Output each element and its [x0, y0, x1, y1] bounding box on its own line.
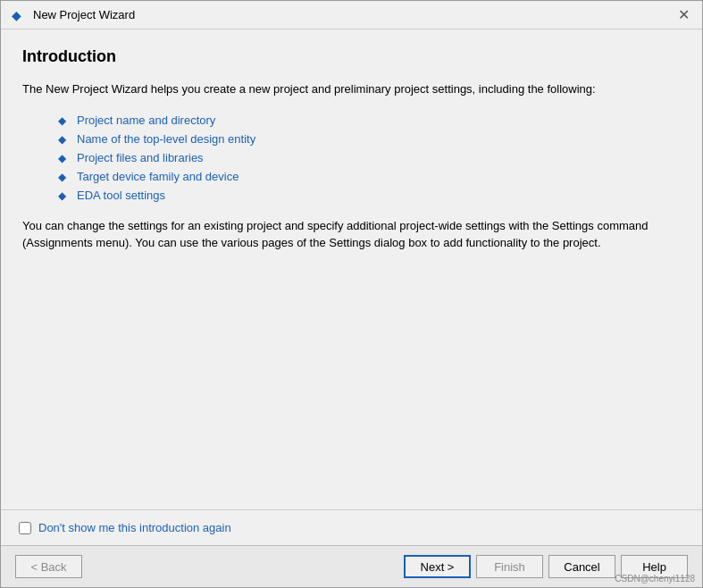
bullet-text: Name of the top-level design entity [77, 132, 255, 146]
title-bar-left: ◆ New Project Wizard [12, 8, 135, 22]
bullet-text: Project files and libraries [77, 151, 204, 164]
bullet-text: Target device family and device [77, 170, 239, 183]
bottom-area: Don't show me this introduction again < … [1, 509, 702, 587]
finish-button[interactable]: Finish [476, 555, 543, 578]
bullet-list: ◆ Project name and directory ◆ Name of t… [22, 111, 681, 205]
list-item: ◆ Project name and directory [22, 111, 681, 130]
bullet-icon: ◆ [58, 114, 66, 127]
list-item: ◆ Name of the top-level design entity [22, 130, 681, 148]
intro-paragraph-2: You can change the settings for an exist… [22, 217, 681, 252]
next-button[interactable]: Next > [404, 555, 471, 578]
dont-show-label[interactable]: Don't show me this introduction again [38, 521, 231, 534]
bullet-icon: ◆ [58, 189, 66, 202]
checkbox-row: Don't show me this introduction again [1, 510, 702, 545]
bullet-icon: ◆ [58, 171, 66, 183]
back-button[interactable]: < Back [15, 555, 82, 578]
title-bar: ◆ New Project Wizard ✕ [1, 1, 702, 29]
page-heading: Introduction [22, 47, 681, 66]
bullet-icon: ◆ [58, 152, 66, 164]
bullet-text: Project name and directory [77, 113, 215, 127]
watermark-text: CSDN@chenyi1128 [615, 574, 695, 584]
list-item: ◆ Project files and libraries [22, 148, 681, 167]
dialog-window: ◆ New Project Wizard ✕ Introduction The … [0, 0, 703, 588]
title-bar-text: New Project Wizard [33, 8, 135, 21]
list-item: ◆ Target device family and device [22, 167, 681, 186]
bullet-icon: ◆ [58, 133, 66, 146]
button-row: < Back Next > Finish Cancel Help [1, 545, 702, 587]
app-icon: ◆ [12, 8, 26, 22]
cancel-button[interactable]: Cancel [548, 555, 615, 578]
content-area: Introduction The New Project Wizard help… [1, 29, 702, 509]
close-button[interactable]: ✕ [676, 8, 691, 22]
intro-paragraph-1: The New Project Wizard helps you create … [22, 80, 681, 98]
list-item: ◆ EDA tool settings [22, 186, 681, 205]
bullet-text: EDA tool settings [77, 189, 165, 202]
dont-show-checkbox[interactable] [19, 522, 31, 534]
